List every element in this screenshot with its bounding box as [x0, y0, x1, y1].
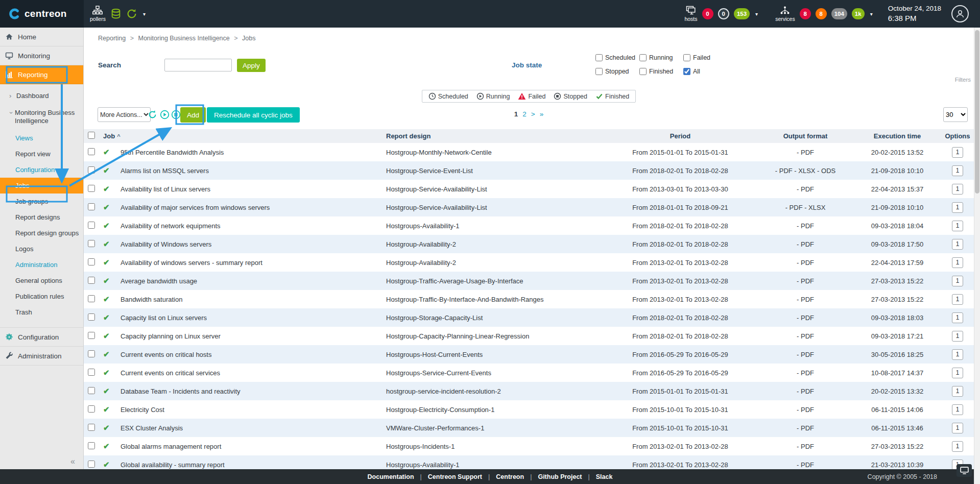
breadcrumb-item[interactable]: Monitoring Business Intelligence [138, 35, 229, 42]
options-count[interactable]: 1 [952, 331, 963, 342]
last-page[interactable]: » [540, 110, 544, 118]
sidebar-item-dashboard[interactable]: › Dashboard [0, 88, 83, 104]
job-name[interactable]: Current events on critical services [121, 369, 220, 377]
services-status-group[interactable]: services 8 8 104 1k ▾ [769, 6, 879, 22]
options-count[interactable]: 1 [952, 368, 963, 378]
footer-link-centreon-support[interactable]: Centreon Support [428, 473, 482, 480]
sidebar-item-logos[interactable]: Logos [0, 241, 83, 257]
row-checkbox[interactable] [88, 203, 95, 210]
row-checkbox[interactable] [88, 313, 95, 321]
state-filter-stopped[interactable]: Stopped [595, 68, 639, 75]
job-name[interactable]: Global alarms management report [121, 443, 221, 450]
services-warning-badge[interactable]: 8 [816, 8, 827, 19]
options-count[interactable]: 1 [952, 184, 963, 195]
options-count[interactable]: 1 [952, 423, 963, 433]
chevron-down-icon[interactable]: ▾ [870, 11, 873, 17]
column-output-format[interactable]: Output format [757, 129, 854, 143]
options-count[interactable]: 1 [952, 202, 963, 213]
sidebar-item-administration[interactable]: Administration [0, 347, 83, 366]
add-button[interactable]: Add [180, 107, 206, 123]
job-name[interactable]: Availability of windows servers - summar… [121, 259, 262, 267]
sidebar-item-jobs[interactable]: Jobs [0, 178, 83, 193]
sidebar-item-publication-rules[interactable]: Publication rules [0, 288, 83, 304]
sidebar-item-job-groups[interactable]: Job groups [0, 193, 83, 209]
apply-button[interactable]: Apply [237, 59, 266, 72]
column-job[interactable]: Job [103, 132, 115, 140]
job-name[interactable]: Average bandwidth usage [121, 277, 197, 285]
row-checkbox[interactable] [88, 461, 95, 468]
stopped-checkbox[interactable] [595, 68, 603, 75]
sort-asc-icon[interactable]: ^ [117, 133, 120, 139]
job-name[interactable]: Alarms list on MSSQL servers [121, 167, 209, 175]
services-unknown-badge[interactable]: 104 [831, 8, 847, 19]
chevron-down-icon[interactable]: ▾ [755, 11, 758, 17]
scrollbar-thumb[interactable] [975, 30, 979, 193]
state-filter-finished[interactable]: Finished [639, 68, 683, 75]
sidebar-item-configuration-link[interactable]: Configuration [0, 162, 83, 178]
failed-checkbox[interactable] [683, 54, 690, 61]
more-actions-select[interactable]: More Actions... [98, 107, 151, 122]
hosts-status-group[interactable]: hosts 0 0 153 ▾ [678, 6, 764, 22]
search-input[interactable] [164, 59, 232, 71]
options-count[interactable]: 1 [952, 257, 963, 268]
chevron-down-icon[interactable]: ▾ [143, 11, 146, 17]
finished-checkbox[interactable] [639, 68, 647, 75]
footer-link-github-project[interactable]: Github Project [538, 473, 582, 480]
options-count[interactable]: 1 [952, 404, 963, 415]
reschedule-all-cyclic-jobs-button[interactable]: Reschedule all cyclic jobs [207, 107, 300, 123]
state-filter-all[interactable]: All [683, 68, 723, 75]
pollers-menu[interactable]: pollers [90, 6, 106, 22]
filters-toggle[interactable]: Filters [955, 77, 971, 83]
play-icon[interactable] [160, 110, 170, 122]
footer-link-centreon[interactable]: Centreon [496, 473, 524, 480]
hosts-unreachable-badge[interactable]: 0 [718, 8, 729, 19]
refresh-icon[interactable] [148, 110, 157, 122]
row-checkbox[interactable] [88, 295, 95, 302]
hosts-up-badge[interactable]: 153 [734, 8, 750, 19]
row-checkbox[interactable] [88, 166, 95, 174]
job-name[interactable]: Availability list of Linux servers [121, 185, 210, 193]
state-filter-failed[interactable]: Failed [683, 54, 723, 61]
sidebar-item-general-options[interactable]: General options [0, 273, 83, 288]
sidebar-collapse-button[interactable]: « [70, 457, 75, 466]
state-filter-running[interactable]: Running [639, 54, 683, 61]
job-name[interactable]: Current events on critical hosts [121, 351, 211, 358]
page-2[interactable]: 2 [522, 110, 527, 118]
state-filter-scheduled[interactable]: Scheduled [595, 54, 639, 61]
row-checkbox[interactable] [88, 387, 95, 394]
options-count[interactable]: 1 [952, 147, 963, 158]
sidebar-item-monitoring[interactable]: Monitoring [0, 46, 83, 65]
row-checkbox[interactable] [88, 277, 95, 284]
row-checkbox[interactable] [88, 258, 95, 265]
job-name[interactable]: Capacity planning on Linux server [121, 332, 221, 340]
job-name[interactable]: Availability of network equipments [121, 222, 221, 230]
sidebar-item-trash[interactable]: Trash [0, 304, 83, 320]
options-count[interactable]: 1 [952, 276, 963, 286]
row-checkbox[interactable] [88, 350, 95, 357]
sidebar-item-configuration[interactable]: Configuration [0, 328, 83, 347]
hosts-menu[interactable]: hosts [684, 6, 697, 22]
sidebar-item-monitoring-business-intelligence[interactable]: › Monitoring Business Intelligence [0, 104, 83, 130]
job-name[interactable]: Electricity Cost [121, 406, 164, 414]
page-1[interactable]: 1 [514, 110, 518, 118]
job-name[interactable]: Database Team - Incidents and reactivity [121, 388, 241, 395]
row-checkbox[interactable] [88, 424, 95, 431]
running-checkbox[interactable] [639, 54, 647, 61]
job-name[interactable]: Global availability - summary report [121, 461, 225, 469]
scrollbar-track[interactable] [974, 28, 980, 484]
select-all-checkbox[interactable] [88, 132, 95, 139]
options-count[interactable]: 1 [952, 386, 963, 397]
sidebar-item-report-design-groups[interactable]: Report design groups [0, 225, 83, 241]
centreon-logo[interactable]: centreon [0, 0, 84, 28]
all-checkbox[interactable] [683, 68, 690, 75]
sidebar-item-home[interactable]: Home [0, 28, 83, 46]
job-name[interactable]: 95th Percentile Bandwidth Analysis [121, 149, 224, 156]
next-page[interactable]: > [531, 110, 535, 118]
pause-icon[interactable] [171, 110, 181, 122]
row-checkbox[interactable] [88, 332, 95, 339]
column-period[interactable]: Period [604, 129, 757, 143]
row-checkbox[interactable] [88, 222, 95, 229]
row-checkbox[interactable] [88, 405, 95, 413]
breadcrumb-item[interactable]: Jobs [242, 35, 255, 42]
footer-link-slack[interactable]: Slack [596, 473, 613, 480]
